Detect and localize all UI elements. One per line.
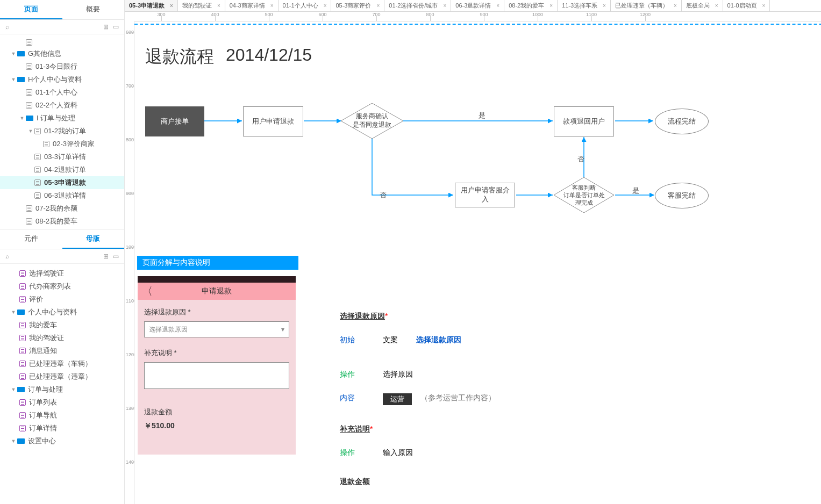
- tree-folder-g[interactable]: ▼G其他信息: [0, 47, 124, 60]
- pages-panel-tabs: 页面 概要: [0, 0, 124, 20]
- masters-search-input[interactable]: [12, 253, 99, 260]
- flow-node-done[interactable]: 流程完结: [655, 109, 709, 134]
- doc-tab[interactable]: 05-3商家评价×: [331, 0, 384, 11]
- master-item[interactable]: 我的爱车: [0, 319, 124, 332]
- tree-folder-i[interactable]: ▼I 订单与处理: [0, 112, 124, 125]
- doc-tab[interactable]: 01-2选择省份/城市×: [384, 0, 451, 11]
- close-icon[interactable]: ×: [170, 3, 173, 9]
- tree-page[interactable]: 02-3评价商家: [0, 138, 124, 150]
- doc-tab[interactable]: 05-3申请退款×: [125, 0, 178, 11]
- search-icon: ⌕: [5, 23, 9, 31]
- tab-outline[interactable]: 概要: [62, 0, 125, 19]
- doc-tab[interactable]: 01-1个人中心×: [279, 0, 332, 11]
- doc-tab[interactable]: 01-0启动页×: [723, 0, 770, 11]
- master-item[interactable]: 评价: [0, 293, 124, 306]
- master-item[interactable]: 我的驾驶证: [0, 332, 124, 344]
- search-icon: ⌕: [5, 253, 9, 260]
- guide-line[interactable]: [134, 24, 821, 25]
- note-textarea[interactable]: [144, 362, 289, 389]
- phone-statusbar: [138, 276, 296, 283]
- flow-node-refund[interactable]: 款项退回用户: [554, 106, 614, 136]
- pages-search-input[interactable]: [12, 23, 99, 31]
- document-tabs: 05-3申请退款×我的驾驶证×04-3商家详情×01-1个人中心×05-3商家评…: [125, 0, 821, 12]
- tab-elements[interactable]: 元件: [0, 229, 62, 249]
- tree-page-active[interactable]: 05-3申请退款: [0, 176, 124, 189]
- flow-node-cs-done[interactable]: 客服完结: [655, 183, 709, 208]
- spec-block-1: 选择退款原因* 初始文案选择退款原因 操作选择原因 内容运营（参考运营工作内容）…: [340, 312, 496, 487]
- add-page-icon[interactable]: ⊞: [103, 23, 109, 31]
- tree-page[interactable]: 04-2退款订单: [0, 163, 124, 176]
- doc-tab[interactable]: 06-3退款详情×: [451, 0, 504, 11]
- chevron-down-icon: ▾: [281, 326, 284, 333]
- close-icon[interactable]: ×: [443, 3, 446, 9]
- phone-title: 申请退款: [138, 286, 296, 296]
- masters-search: ⌕ ⊞ ▭: [0, 249, 124, 264]
- tab-masters[interactable]: 母版: [62, 229, 125, 249]
- close-icon[interactable]: ×: [377, 3, 380, 9]
- horizontal-ruler: 300400500600700800900100011001200: [134, 12, 821, 21]
- tree-page[interactable]: [0, 38, 124, 47]
- vertical-ruler: 60070080090010001100120013001400: [125, 21, 134, 504]
- reason-label: 选择退款原因 *: [144, 307, 289, 317]
- tree-page[interactable]: 08-3添加修改车辆: [0, 228, 124, 229]
- lower-panel-tabs: 元件 母版: [0, 229, 124, 249]
- doc-tab[interactable]: 11-3选择车系×: [558, 0, 611, 11]
- amount-label: 退款金额: [144, 407, 289, 417]
- close-icon[interactable]: ×: [549, 3, 553, 9]
- close-icon[interactable]: ×: [496, 3, 499, 9]
- pages-tree[interactable]: ▼G其他信息 01-3今日限行 ▼H个人中心与资料 01-1个人中心 02-2个…: [0, 34, 124, 229]
- master-item[interactable]: 已处理违章（车辆）: [0, 357, 124, 370]
- close-icon[interactable]: ×: [324, 3, 327, 9]
- editor-area: 05-3申请退款×我的驾驶证×04-3商家详情×01-1个人中心×05-3商家评…: [125, 0, 821, 504]
- tree-page[interactable]: 07-2我的余额: [0, 202, 124, 215]
- note-label: 补充说明 *: [144, 348, 289, 358]
- tree-page[interactable]: 01-3今日限行: [0, 60, 124, 73]
- tree-page[interactable]: 01-1个人中心: [0, 86, 124, 99]
- close-icon[interactable]: ×: [762, 3, 766, 9]
- close-icon[interactable]: ×: [270, 3, 274, 9]
- flow-decision-service[interactable]: 服务商确认 是否同意退款: [341, 103, 403, 139]
- master-item[interactable]: 订单导航: [0, 409, 124, 422]
- reason-select[interactable]: 选择退款原因▾: [144, 321, 289, 337]
- master-folder[interactable]: ▼个人中心与资料: [0, 306, 124, 319]
- tab-pages[interactable]: 页面: [0, 0, 62, 19]
- flow-node-apply[interactable]: 用户申请退款: [243, 106, 303, 136]
- canvas[interactable]: 退款流程 2014/12/15: [134, 21, 821, 504]
- doc-tab[interactable]: 我的驾驶证×: [178, 0, 225, 11]
- tree-page[interactable]: ▼01-2我的订单: [0, 125, 124, 138]
- pages-search: ⌕ ⊞ ▭: [0, 20, 124, 34]
- tree-page[interactable]: 08-2我的爱车: [0, 215, 124, 228]
- close-icon[interactable]: ×: [715, 3, 718, 9]
- doc-tab[interactable]: 已处理违章（车辆）×: [611, 0, 682, 11]
- add-master-folder-icon[interactable]: ▭: [113, 253, 119, 260]
- doc-tab[interactable]: 底板全局×: [682, 0, 723, 11]
- master-item[interactable]: 消息通知: [0, 344, 124, 357]
- master-item[interactable]: 订单列表: [0, 396, 124, 409]
- add-master-icon[interactable]: ⊞: [103, 253, 109, 260]
- flow-decision-cs[interactable]: 客服判断 订单是否订单处 理完成: [554, 177, 614, 213]
- doc-tab[interactable]: 08-2我的爱车×: [504, 0, 558, 11]
- master-folder[interactable]: ▼订单与处理: [0, 383, 124, 396]
- master-folder[interactable]: ▼设置中心: [0, 435, 124, 448]
- doc-tab[interactable]: 04-3商家详情×: [225, 0, 279, 11]
- close-icon[interactable]: ×: [217, 3, 220, 9]
- tree-folder-h[interactable]: ▼H个人中心与资料: [0, 73, 124, 86]
- master-item[interactable]: 订单详情: [0, 422, 124, 435]
- tree-page[interactable]: 06-3退款详情: [0, 189, 124, 202]
- close-icon[interactable]: ×: [603, 3, 606, 9]
- left-panel: 页面 概要 ⌕ ⊞ ▭ ▼G其他信息 01-3今日限行 ▼H个人中心与资料 01…: [0, 0, 125, 504]
- tree-page[interactable]: 02-2个人资料: [0, 99, 124, 112]
- back-icon[interactable]: 〈: [142, 284, 153, 299]
- master-item[interactable]: 代办商家列表: [0, 280, 124, 293]
- tree-page[interactable]: 03-3订单详情: [0, 150, 124, 163]
- flow-node-cs-apply[interactable]: 用户申请客服介入: [455, 183, 515, 207]
- flow-label-no: 否: [577, 154, 584, 164]
- flow-label-yes: 是: [632, 186, 639, 196]
- flow-node-merchant[interactable]: 商户接单: [145, 106, 204, 136]
- add-folder-icon[interactable]: ▭: [113, 23, 119, 31]
- master-item[interactable]: 选择驾驶证: [0, 267, 124, 280]
- masters-tree[interactable]: 选择驾驶证 代办商家列表 评价 ▼个人中心与资料 我的爱车 我的驾驶证 消息通知…: [0, 264, 124, 504]
- section-title: 页面分解与内容说明: [137, 256, 298, 270]
- close-icon[interactable]: ×: [674, 3, 677, 9]
- master-item[interactable]: 已处理违章（违章）: [0, 370, 124, 383]
